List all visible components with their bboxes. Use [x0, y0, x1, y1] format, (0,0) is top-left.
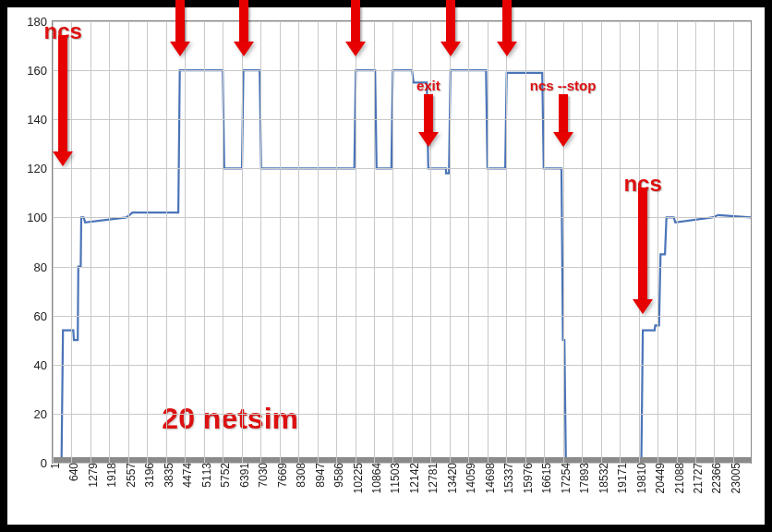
x-tick-label: 19810 — [635, 463, 648, 493]
x-tick-label: 17254 — [560, 463, 573, 493]
annotation-arrow — [53, 35, 73, 168]
x-tick-label: 7669 — [276, 463, 289, 488]
x-tick-label: 5113 — [200, 463, 213, 488]
gridline-v — [450, 21, 451, 463]
y-tick-label: 160 — [27, 64, 47, 78]
x-tick-label: 13420 — [446, 463, 459, 493]
x-tick-label: 1918 — [105, 463, 118, 488]
annotation-arrow — [633, 187, 653, 316]
gridline-v — [185, 21, 186, 463]
annotation-label: exit — [416, 78, 440, 93]
gridline-v — [318, 21, 319, 463]
x-tick-label: 10864 — [370, 463, 383, 493]
gridline-v — [260, 21, 261, 463]
gridline-v — [109, 21, 110, 463]
x-tick-label: 12142 — [408, 463, 421, 493]
gridline-v — [280, 21, 281, 463]
x-tick-label: 12781 — [427, 463, 440, 493]
y-tick-label: 80 — [34, 260, 47, 273]
gridline-h — [53, 21, 751, 22]
gridline-v — [488, 21, 489, 463]
x-tick-label: 21088 — [673, 463, 686, 493]
gridline-h — [53, 119, 751, 120]
gridline-h — [53, 365, 751, 366]
gridline-v — [525, 21, 526, 463]
x-tick-label: 15337 — [502, 463, 515, 493]
annotation-arrow — [418, 94, 439, 149]
gridline-v — [392, 21, 393, 463]
x-tick-label: 14059 — [464, 463, 477, 493]
gridline-v — [677, 21, 678, 463]
x-tick-label: 4474 — [181, 463, 194, 488]
gridline-v — [166, 21, 167, 463]
gridline-v — [204, 21, 205, 463]
gridline-v — [128, 21, 129, 463]
x-tick-label: 11503 — [389, 463, 402, 493]
y-tick-label: 140 — [27, 113, 47, 127]
x-tick-label: 23005 — [730, 463, 742, 493]
x-tick-label: 7030 — [257, 463, 270, 488]
x-tick-label: 2557 — [125, 463, 138, 488]
annotation-arrow — [440, 0, 461, 58]
gridline-v — [506, 21, 507, 463]
gridline-v — [147, 21, 148, 463]
annotation-arrow — [170, 0, 190, 58]
gridline-v — [714, 21, 715, 463]
chart-region: 20 netsim 020406080100120140160180164012… — [52, 20, 752, 464]
x-tick-label: 20449 — [654, 463, 667, 493]
gridline-h — [53, 168, 751, 169]
y-tick-label: 60 — [34, 308, 47, 322]
x-tick-label: 9586 — [332, 463, 345, 488]
x-tick-label: 18532 — [597, 463, 610, 493]
gridline-v — [298, 21, 299, 463]
gridline-v — [412, 21, 413, 463]
annotation-arrow — [553, 94, 573, 149]
gridline-v — [695, 21, 696, 463]
gridline-h — [53, 316, 751, 317]
y-tick-label: 20 — [34, 406, 47, 420]
gridline-h — [53, 414, 751, 415]
gridline-v — [468, 21, 469, 463]
y-tick-label: 40 — [34, 357, 47, 371]
x-tick-label: 21727 — [692, 463, 705, 493]
x-tick-label: 8947 — [314, 463, 327, 488]
x-tick-label: 6391 — [238, 463, 251, 488]
x-tick-label: 10225 — [352, 463, 365, 493]
gridline-v — [242, 21, 243, 463]
gridline-h — [53, 70, 751, 71]
y-tick-label: 0 — [41, 456, 47, 470]
annotation-arrow — [497, 0, 517, 58]
gridline-v — [356, 21, 356, 463]
x-tick-label: 22366 — [710, 463, 723, 493]
annotation-arrow — [345, 0, 366, 58]
gridline-v — [657, 21, 658, 463]
gridline-v — [601, 21, 602, 463]
x-tick-label: 16615 — [540, 463, 553, 493]
x-tick-label: 5752 — [219, 463, 232, 488]
gridline-v — [223, 21, 223, 463]
gridline-v — [733, 21, 734, 463]
x-tick-label: 15976 — [522, 463, 535, 493]
x-tick-label: 17893 — [578, 463, 591, 493]
x-tick-label: 3196 — [143, 463, 156, 488]
gridline-v — [620, 21, 621, 463]
x-tick-label: 1279 — [87, 463, 100, 488]
y-tick-label: 120 — [27, 162, 47, 175]
chart-caption: 20 netsim — [162, 402, 298, 436]
x-tick-label: 640 — [67, 463, 80, 481]
x-tick-label: 8308 — [295, 463, 308, 488]
chart-frame: 20 netsim 020406080100120140160180164012… — [0, 0, 772, 532]
x-tick-label: 1 — [49, 463, 62, 469]
gridline-v — [90, 21, 91, 463]
annotation-label: ncs --stop — [530, 78, 597, 93]
x-tick-label: 19171 — [616, 463, 629, 493]
plot-area: 20 netsim 020406080100120140160180164012… — [7, 7, 765, 525]
y-tick-label: 100 — [27, 211, 47, 224]
x-tick-label: 3835 — [163, 463, 175, 488]
annotation-arrow — [234, 0, 254, 58]
x-tick-label: 14698 — [484, 463, 497, 493]
gridline-v — [374, 21, 375, 463]
gridline-v — [336, 21, 337, 463]
